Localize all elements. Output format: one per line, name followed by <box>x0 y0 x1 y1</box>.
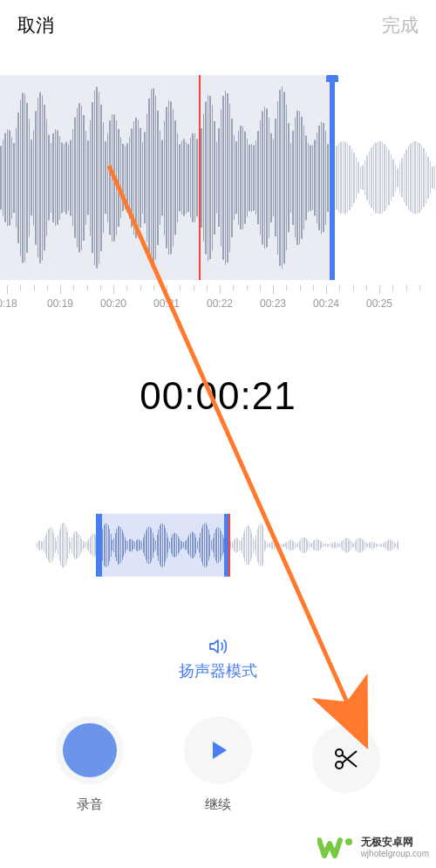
selection-end-handle[interactable] <box>330 75 335 280</box>
timeline: 0:1800:1900:2000:2100:2200:2300:2400:25 <box>0 285 436 320</box>
cut-button[interactable] <box>298 725 394 805</box>
done-button[interactable]: 完成 <box>382 13 419 38</box>
record-dot-icon <box>63 723 117 777</box>
watermark: 无极安卓网 wjhotelgroup.com <box>317 835 429 861</box>
cancel-button[interactable]: 取消 <box>17 13 54 38</box>
header: 取消 完成 <box>0 0 436 51</box>
play-icon <box>206 738 230 762</box>
speaker-mode-label: 扬声器模式 <box>179 662 257 680</box>
speaker-mode-button[interactable]: 扬声器模式 <box>0 638 436 681</box>
waveform-overview[interactable] <box>37 514 399 577</box>
speaker-icon <box>208 638 228 655</box>
continue-button[interactable]: 继续 <box>170 716 266 813</box>
overview-selection-left-handle[interactable] <box>96 514 102 577</box>
svg-point-3 <box>345 838 352 845</box>
scissors-icon <box>332 745 360 773</box>
watermark-url: wjhotelgroup.com <box>361 849 429 859</box>
waveform-bars <box>0 75 436 280</box>
elapsed-time: 00:00:21 <box>0 374 436 418</box>
record-label: 录音 <box>42 796 138 813</box>
overview-playhead <box>228 514 230 577</box>
playhead[interactable] <box>199 75 201 280</box>
watermark-logo-icon <box>317 835 354 861</box>
continue-label: 继续 <box>170 796 266 813</box>
controls-row: 录音 继续 <box>0 716 436 813</box>
overview-selection-fill <box>102 514 224 577</box>
watermark-title: 无极安卓网 <box>361 837 429 849</box>
waveform-editor[interactable] <box>0 75 436 280</box>
record-button[interactable]: 录音 <box>42 716 138 813</box>
